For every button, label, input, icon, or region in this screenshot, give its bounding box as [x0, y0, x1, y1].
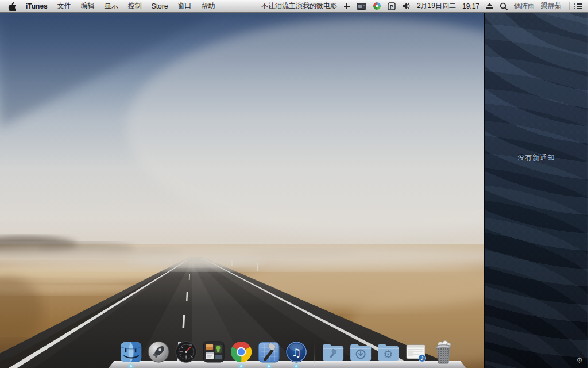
app-menu-itunes[interactable]: iTunes: [26, 2, 48, 10]
itunes-running-indicator: [295, 365, 297, 367]
notification-center-panel: 没有新通知 ⚙: [484, 13, 588, 368]
minimized-window-icon[interactable]: ♪: [404, 340, 428, 364]
xcode-icon[interactable]: [257, 340, 281, 364]
trash-full-icon[interactable]: [431, 340, 455, 364]
menu-edit[interactable]: 编辑: [81, 1, 95, 11]
eject-icon[interactable]: [486, 1, 493, 12]
svg-text:♪: ♪: [420, 355, 423, 361]
volume-icon[interactable]: [402, 1, 411, 12]
finder-icon[interactable]: [119, 340, 143, 364]
menu-view[interactable]: 显示: [105, 1, 118, 11]
menu-bar: iTunes 文件 编辑 显示 控制 Store 窗口 帮助 不让泪流主演我的微…: [0, 0, 588, 13]
parallels-status-icon[interactable]: P: [388, 1, 396, 12]
menu-help[interactable]: 帮助: [201, 1, 215, 11]
dock: ♫: [117, 340, 458, 368]
itunes-icon[interactable]: ♫: [284, 340, 308, 364]
launchpad-icon[interactable]: [146, 340, 171, 364]
now-playing-artist[interactable]: 梁静茹: [541, 1, 562, 11]
dashboard-icon[interactable]: [174, 340, 198, 364]
gear-icon[interactable]: ⚙: [576, 356, 583, 364]
svg-text:⚙: ⚙: [384, 348, 393, 361]
dock-separator: [314, 341, 315, 366]
apple-logo-icon[interactable]: [8, 1, 16, 12]
svg-text:P: P: [390, 3, 394, 9]
chrome-running-indicator: [240, 365, 242, 367]
svg-text:♫: ♫: [292, 346, 301, 359]
lyric-status-text[interactable]: 不让泪流主演我的微电影: [261, 1, 337, 11]
developer-folder-icon[interactable]: [321, 340, 345, 364]
utilities-folder-icon[interactable]: ⚙: [376, 340, 400, 364]
xcode-running-indicator: [268, 365, 270, 367]
finder-running-indicator: [130, 365, 132, 367]
no-notifications-message: 没有新通知: [485, 153, 588, 163]
add-icon[interactable]: [343, 1, 350, 12]
notification-center-icon[interactable]: [569, 2, 583, 10]
spotlight-search-icon[interactable]: [500, 1, 508, 12]
desktop-wallpaper[interactable]: [0, 13, 484, 368]
menu-controls[interactable]: 控制: [128, 1, 142, 11]
mission-control-icon[interactable]: [202, 340, 226, 364]
downloads-folder-icon[interactable]: [349, 340, 373, 364]
screen: iTunes 文件 编辑 显示 控制 Store 窗口 帮助 不让泪流主演我的微…: [0, 0, 588, 368]
colorful-app-status-icon[interactable]: [373, 1, 381, 12]
menu-store[interactable]: Store: [152, 2, 168, 10]
menu-file[interactable]: 文件: [57, 1, 71, 11]
chrome-icon[interactable]: [229, 340, 253, 364]
menu-bar-clock[interactable]: 19:17: [462, 2, 479, 10]
menu-window[interactable]: 窗口: [177, 1, 191, 11]
now-playing-song-title[interactable]: 偶阵雨: [514, 1, 535, 11]
menu-bar-date[interactable]: 2月19日周二: [417, 1, 456, 11]
camera-status-icon[interactable]: [357, 1, 366, 12]
